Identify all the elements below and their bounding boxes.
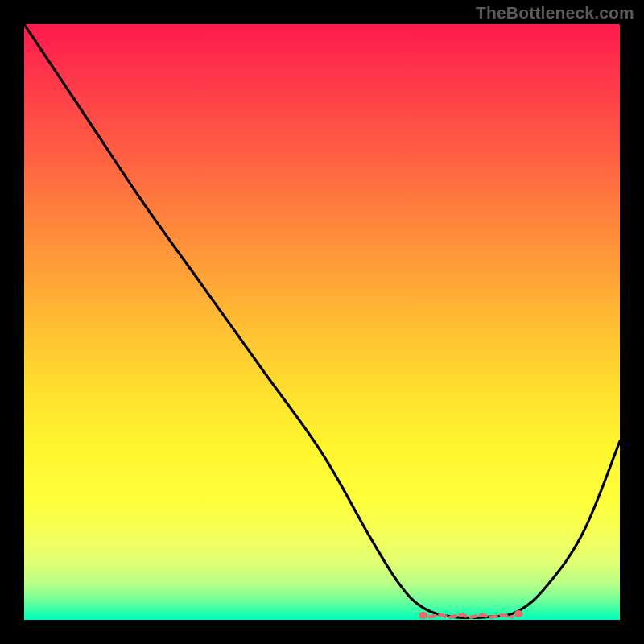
chart-canvas: TheBottleneck.com	[0, 0, 644, 644]
curve-path	[24, 24, 620, 618]
marker-group	[419, 610, 522, 619]
watermark-text: TheBottleneck.com	[476, 3, 634, 23]
range-end-marker	[419, 612, 427, 619]
curve-svg	[24, 24, 620, 620]
plot-area	[24, 24, 620, 620]
range-end-marker	[514, 610, 523, 617]
